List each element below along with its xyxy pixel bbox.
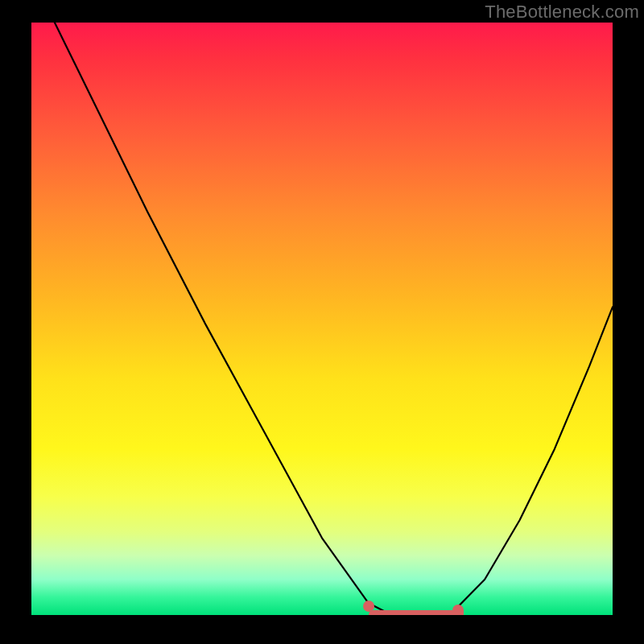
curve-path: [55, 23, 613, 615]
watermark-text: TheBottleneck.com: [485, 2, 639, 23]
optimal-range-end-cap: [452, 605, 464, 615]
plot-area: [31, 23, 613, 615]
bottleneck-curve: [31, 23, 613, 615]
chart-frame: TheBottleneck.com: [0, 0, 644, 644]
optimal-range-bar: [369, 610, 462, 615]
